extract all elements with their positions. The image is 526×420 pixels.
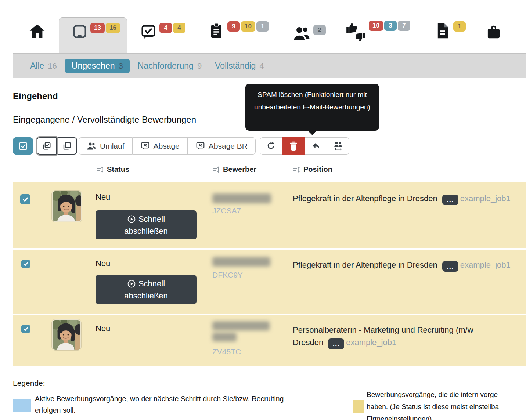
- legend-line: Bewerbungsvorgänge, die die intern vorge: [367, 388, 499, 401]
- position-line2: Dresden…example_job1: [293, 336, 473, 349]
- position-title: Pflegekraft in der Altenpflege in Dresde…: [293, 194, 437, 203]
- refresh-button[interactable]: [260, 137, 282, 155]
- nav-ratings[interactable]: 10 3 7: [346, 22, 410, 43]
- job-ellipsis-badge[interactable]: …: [442, 261, 458, 272]
- legend-text-active: Aktive Bewerbungsvorgänge, wo der nächst…: [35, 393, 284, 416]
- legend-text-internal: Bewerbungsvorgänge, die die intern vorge…: [367, 388, 499, 420]
- umlauf-users-icon: [87, 142, 96, 151]
- nav-messages[interactable]: 4 4: [141, 24, 185, 40]
- column-label: Position: [303, 165, 332, 174]
- badge: 1: [453, 21, 466, 32]
- filter-tab-ungesehen[interactable]: Ungesehen 3: [65, 59, 130, 73]
- job-ellipsis-badge[interactable]: …: [442, 195, 458, 205]
- undo-button[interactable]: [305, 137, 327, 155]
- play-circle-icon: [127, 215, 136, 224]
- column-label: Bewerber: [223, 165, 256, 174]
- nav-documents[interactable]: 1: [435, 23, 466, 39]
- select-all-button[interactable]: [13, 137, 33, 155]
- legend-line: Aktive Bewerbungsvorgänge, wo der nächst…: [35, 393, 284, 405]
- position-cell: Pflegekraft in der Altenpflege in Dresde…: [293, 259, 511, 272]
- column-header-status[interactable]: Status: [96, 165, 129, 174]
- absage-button[interactable]: Absage: [133, 137, 188, 155]
- row-checkbox[interactable]: [21, 325, 30, 333]
- filter-count: 4: [259, 61, 264, 71]
- delete-spam-button[interactable]: [282, 137, 305, 155]
- app-root: 13 16 4 4: [0, 0, 526, 420]
- badge: 7: [398, 21, 410, 31]
- chat-check-icon: [141, 24, 156, 40]
- applicant-code: JZCSA7: [212, 206, 241, 215]
- application-row[interactable]: Neu ZV45TC Personalberaterin - Marketing…: [13, 315, 526, 366]
- column-label: Status: [107, 165, 129, 174]
- application-row[interactable]: Neu Schnell abschließen JZCSA7 Pflegekra…: [13, 182, 526, 248]
- play-circle-icon: [127, 279, 136, 288]
- applicant-code: DFKC9Y: [212, 271, 243, 279]
- filter-count: 16: [48, 61, 57, 71]
- copy-icon: [62, 141, 72, 151]
- filter-tab-nachforderung[interactable]: Nachforderung 9: [133, 59, 207, 73]
- nav-inbox-selected-tab[interactable]: 13 16: [59, 17, 127, 53]
- umlauf-button[interactable]: Umlauf: [79, 137, 133, 155]
- applicant-name-blurred: [212, 333, 237, 341]
- quick-finish-button[interactable]: Schnell abschließen: [96, 275, 197, 304]
- badge: 13: [90, 23, 105, 33]
- page-title: Eingehend: [13, 91, 58, 101]
- thumbs-icon: [346, 22, 365, 43]
- job-ellipsis-badge[interactable]: …: [328, 338, 344, 349]
- badge: 2: [313, 25, 326, 35]
- position-title: Pflegekraft in der Altenpflege in Dresde…: [293, 260, 437, 269]
- nav-jobs[interactable]: [486, 24, 501, 40]
- inbox-badges: 13 16: [90, 23, 120, 33]
- applicant-code: ZV45TC: [212, 347, 241, 356]
- tooltip-caret: [307, 130, 317, 135]
- row-checkbox[interactable]: [20, 194, 30, 204]
- absage-label: Absage: [154, 142, 180, 151]
- sort-icon: [293, 166, 301, 173]
- rejection-bubble-icon: [141, 141, 150, 151]
- utility-button-group: [260, 137, 349, 155]
- legend-swatch-yellow: [353, 400, 364, 413]
- legend-title: Legende:: [13, 379, 45, 388]
- nav-home[interactable]: [29, 23, 46, 40]
- filter-tab-alle[interactable]: Alle 16: [25, 59, 62, 73]
- select-visible-button[interactable]: [37, 137, 57, 155]
- transfer-users-icon: [333, 141, 343, 151]
- check-icon: [23, 261, 29, 267]
- column-header-bewerber[interactable]: Bewerber: [212, 165, 256, 174]
- applicant-avatar[interactable]: [52, 191, 82, 222]
- job-link[interactable]: example_job1: [346, 338, 396, 347]
- applicant-avatar[interactable]: [52, 319, 81, 350]
- status-value: Neu: [96, 324, 110, 333]
- status-value: Neu: [96, 192, 110, 202]
- filter-label: Alle: [30, 61, 44, 71]
- nav-candidates[interactable]: 2: [293, 26, 326, 41]
- job-link[interactable]: example_job1: [460, 194, 511, 203]
- filter-count: 3: [119, 61, 123, 71]
- sort-icon: [96, 166, 104, 173]
- badge: 16: [106, 23, 120, 33]
- badge: 4: [159, 23, 172, 33]
- page-subtitle: Eingegangene / Vervollständigte Bewerbun…: [13, 115, 196, 125]
- quick-finish-button[interactable]: Schnell abschließen: [96, 210, 197, 239]
- column-header-position[interactable]: Position: [293, 165, 332, 174]
- nav-tasks[interactable]: 9 10 1: [209, 23, 269, 39]
- copy-selection-button[interactable]: [57, 137, 77, 155]
- documents-badges: 1: [453, 21, 466, 32]
- selection-button-group: [37, 137, 77, 155]
- transfer-recruiter-button[interactable]: [327, 137, 349, 155]
- badge: 9: [227, 21, 240, 32]
- inbox-icon: [72, 24, 87, 39]
- legend-swatch-blue: [13, 399, 31, 412]
- position-title: Personalberaterin - Marketing und Recrui…: [293, 324, 473, 336]
- absage-br-button[interactable]: Absage BR: [188, 137, 256, 155]
- filter-tab-vollstaendig[interactable]: Vollständig 4: [210, 59, 269, 73]
- application-row[interactable]: Neu Schnell abschließen DFKC9Y Pflegekra…: [13, 250, 526, 314]
- applicant-name-blurred: [212, 193, 271, 203]
- row-checkbox[interactable]: [21, 260, 30, 268]
- badge: 10: [241, 21, 255, 32]
- filter-count: 9: [197, 61, 202, 71]
- legend-line: Firmeneinstellungen).: [367, 413, 499, 420]
- job-link[interactable]: example_job1: [460, 260, 511, 269]
- table-header: Status Bewerber Position: [0, 165, 526, 176]
- tooltip-text: SPAM löschen (Funktioniert nur mit unbea…: [254, 91, 370, 111]
